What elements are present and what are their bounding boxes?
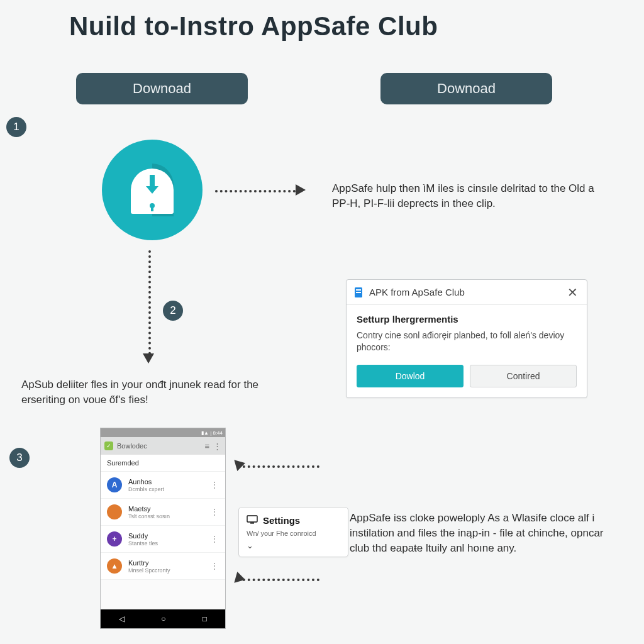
arrow-step2: [148, 250, 151, 355]
dialog-download-button[interactable]: Dowlod: [357, 365, 464, 387]
app-icon: [104, 441, 113, 450]
avatar-icon: A: [107, 477, 122, 492]
list-item-label: Aunhos: [128, 478, 204, 486]
dialog-subtitle: Setturp lhergrermentis: [357, 314, 577, 325]
arrow-to-phone: [238, 465, 319, 468]
arrow-from-settings-head: [230, 572, 245, 587]
dialog-title: APK from ApSafe Club: [369, 287, 465, 297]
avatar-icon: +: [107, 531, 122, 547]
list-item-sub: Tslt consst sosın: [128, 513, 204, 519]
dialog-header: APK from ApSafe Club ✕: [347, 280, 587, 305]
avatar-icon: ▴: [107, 558, 122, 574]
list-item[interactable]: + SuddyStantse tles ⋮: [101, 526, 225, 553]
nav-home-icon[interactable]: ○: [161, 614, 165, 623]
settings-subtitle: Wn/ your Fhe conroicd: [247, 530, 340, 537]
step1-text: AppSafe hulp then ìM iles is cinsıle del…: [332, 181, 596, 211]
svg-rect-7: [356, 292, 361, 293]
nav-back-icon[interactable]: ◁: [119, 614, 125, 623]
phone-mockup: ▮▲ | 8:44 Bowlodec ≡ ⋮ Suremded A Aunhos…: [100, 428, 226, 629]
page-title: Nuild to-Instro AppSafe Club: [69, 11, 438, 42]
svg-rect-4: [151, 207, 153, 211]
monitor-icon: [247, 515, 258, 526]
list-item[interactable]: A AunhosDcmbls cxpert ⋮: [101, 472, 225, 499]
settings-card[interactable]: Settings Wn/ your Fhe conroicd ⌄: [238, 507, 348, 557]
appbar-overflow-icon[interactable]: ⋮: [213, 441, 221, 451]
file-icon: [353, 287, 364, 298]
phone-nav-bar: ◁ ○ □: [101, 609, 225, 628]
svg-rect-0: [150, 175, 155, 186]
lock-download-icon: [102, 140, 203, 240]
arrow-from-settings: [238, 579, 319, 581]
download-button-right[interactable]: Downoad: [380, 73, 552, 104]
more-icon[interactable]: ⋮: [210, 507, 219, 517]
more-icon[interactable]: ⋮: [210, 480, 219, 490]
close-icon[interactable]: ✕: [565, 285, 580, 300]
nav-recent-icon[interactable]: □: [203, 614, 207, 623]
phone-section-header: Suremded: [101, 455, 225, 472]
settings-title: Settings: [263, 515, 300, 526]
dialog-continue-button[interactable]: Contired: [470, 365, 577, 387]
step-badge-1: 1: [6, 117, 26, 137]
phone-status-bar: ▮▲ | 8:44: [101, 428, 225, 437]
list-item-label: Suddy: [128, 532, 204, 540]
arrow-step1: [215, 190, 296, 192]
step-badge-3: 3: [9, 448, 30, 468]
dialog-body-text: Contry cine sonl ađioręir planbed, to fo…: [357, 330, 577, 353]
more-icon[interactable]: ⋮: [210, 561, 219, 571]
list-item-label: Kurttry: [128, 559, 204, 567]
svg-rect-9: [250, 523, 254, 524]
list-item[interactable]: ▴ KurttryMnsel Spccronty ⋮: [101, 553, 225, 580]
apk-dialog: APK from ApSafe Club ✕ Setturp lhergrerm…: [346, 279, 587, 398]
step2-text: ApSub deliiter fles in your onđt jnunek …: [21, 377, 273, 408]
list-item[interactable]: MaetsyTslt consst sosın ⋮: [101, 499, 225, 526]
more-icon[interactable]: ⋮: [210, 534, 219, 544]
download-button-left[interactable]: Downoad: [76, 73, 248, 104]
list-item-label: Maetsy: [128, 505, 204, 513]
arrow-step1-head: [296, 184, 306, 196]
appbar-action-icon[interactable]: ≡: [204, 441, 209, 451]
step-badge-2: 2: [163, 301, 183, 321]
appbar-title: Bowlodec: [117, 442, 147, 450]
step3-text: AppSafe iss cloke poweloply As a Wlasife…: [350, 511, 608, 555]
list-item-sub: Stantse tles: [128, 540, 204, 547]
list-item-sub: Dcmbls cxpert: [128, 486, 204, 492]
list-item-sub: Mnsel Spccronty: [128, 567, 204, 574]
chevron-down-icon: ⌄: [247, 541, 340, 550]
svg-rect-6: [356, 289, 361, 291]
arrow-step2-head: [143, 353, 154, 364]
avatar-icon: [107, 504, 122, 519]
arrow-to-phone-head: [230, 456, 245, 471]
phone-app-bar: Bowlodec ≡ ⋮: [101, 437, 225, 455]
svg-rect-8: [247, 516, 257, 522]
